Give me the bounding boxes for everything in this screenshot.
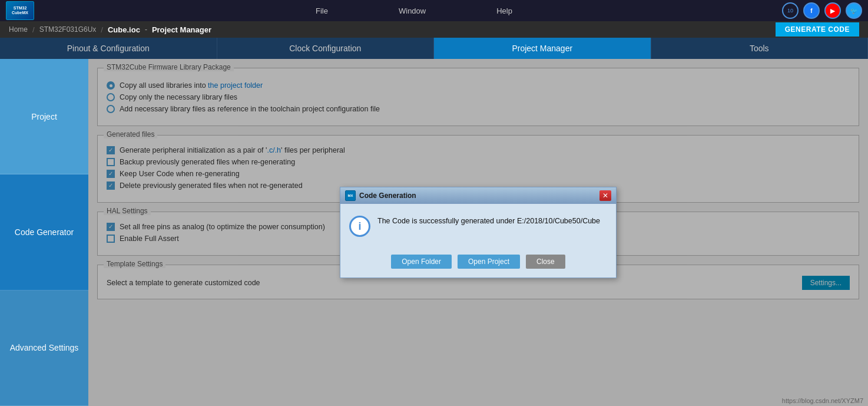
modal-buttons: Open Folder Open Project Close — [340, 249, 616, 278]
youtube-icon[interactable]: ▶ — [824, 2, 841, 19]
sidebar-item-code-generator[interactable]: Code Generator — [0, 174, 88, 290]
modal-body: i The Code is successfully generated und… — [340, 204, 616, 249]
logo-area: STM32CubeMX — [6, 1, 34, 20]
breadcrumb: Home / STM32F031G6Ux / Cube.ioc - Projec… — [0, 21, 868, 38]
sidebar: Project Code Generator Advanced Settings — [0, 59, 88, 406]
open-project-button[interactable]: Open Project — [458, 255, 520, 269]
tab-pinout[interactable]: Pinout & Configuration — [0, 38, 217, 59]
breadcrumb-sep2: / — [101, 25, 103, 34]
open-folder-button[interactable]: Open Folder — [391, 255, 452, 269]
info-icon: i — [349, 216, 370, 237]
breadcrumb-dash: - — [145, 25, 147, 34]
modal-titlebar: MX Code Generation ✕ — [340, 187, 616, 204]
breadcrumb-home[interactable]: Home — [9, 25, 28, 34]
facebook-icon[interactable]: f — [803, 2, 820, 19]
tab-tools[interactable]: Tools — [651, 38, 869, 59]
code-generation-modal: MX Code Generation ✕ i The Code is succe… — [340, 187, 617, 278]
modal-overlay: MX Code Generation ✕ i The Code is succe… — [88, 59, 868, 406]
sidebar-item-project[interactable]: Project — [0, 59, 88, 174]
app-logo: STM32CubeMX — [6, 1, 34, 20]
modal-message: The Code is successfully generated under… — [377, 216, 600, 227]
tab-clock[interactable]: Clock Configuration — [217, 38, 435, 59]
main-area: Project Code Generator Advanced Settings… — [0, 59, 868, 406]
twitter-icon[interactable]: 🐦 — [846, 2, 862, 19]
menu-file[interactable]: File — [316, 6, 328, 15]
timer-icon: 10 — [782, 2, 799, 19]
timer-label: 10 — [787, 8, 793, 14]
logo-text: STM32CubeMX — [12, 6, 28, 15]
sidebar-item-advanced-settings[interactable]: Advanced Settings — [0, 291, 88, 406]
breadcrumb-file: Cube.ioc — [108, 25, 140, 34]
social-icons: 10 f ▶ 🐦 — [782, 2, 862, 19]
tab-bar: Pinout & Configuration Clock Configurati… — [0, 38, 868, 59]
menu-help[interactable]: Help — [496, 6, 512, 15]
menu-bar: File Window Help — [46, 6, 782, 15]
breadcrumb-sep1: / — [32, 25, 35, 34]
top-bar: STM32CubeMX File Window Help 10 f ▶ 🐦 — [0, 0, 868, 21]
generate-code-button[interactable]: GENERATE CODE — [776, 22, 859, 37]
modal-title: Code Generation — [359, 192, 599, 200]
close-button[interactable]: Close — [526, 255, 565, 269]
menu-window[interactable]: Window — [399, 6, 426, 15]
breadcrumb-device[interactable]: STM32F031G6Ux — [39, 25, 97, 34]
content-area: STM32Cube Firmware Library Package Copy … — [88, 59, 868, 406]
modal-logo: MX — [345, 190, 356, 201]
modal-close-button[interactable]: ✕ — [599, 190, 611, 201]
breadcrumb-section: Project Manager — [152, 25, 211, 34]
tab-project-manager[interactable]: Project Manager — [434, 38, 651, 59]
